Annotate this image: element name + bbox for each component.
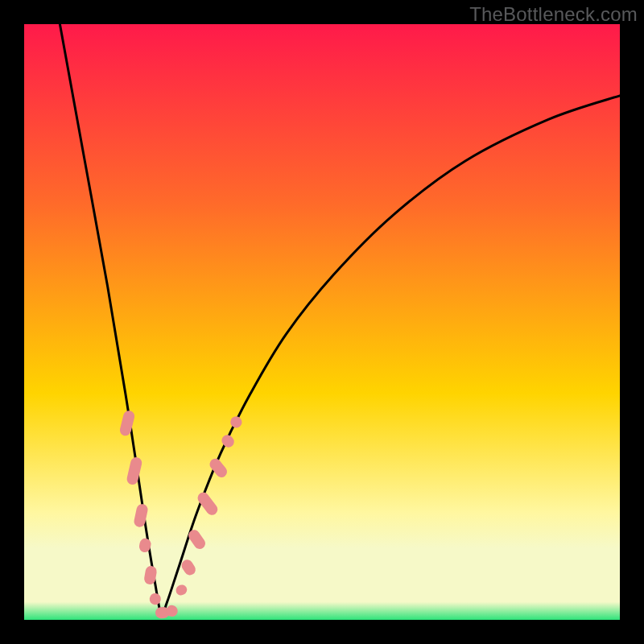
chart-stage: TheBottleneck.com [0, 0, 644, 644]
curve-marker [174, 583, 189, 597]
watermark-text: TheBottleneck.com [469, 3, 638, 26]
curve-marker [126, 456, 142, 486]
curve-marker [220, 432, 237, 449]
plot-area [24, 24, 620, 620]
curve-marker [228, 414, 244, 430]
bottleneck-curve [60, 24, 620, 614]
curve-markers [118, 410, 244, 619]
curve-marker [118, 410, 135, 437]
curve-layer [24, 24, 620, 620]
